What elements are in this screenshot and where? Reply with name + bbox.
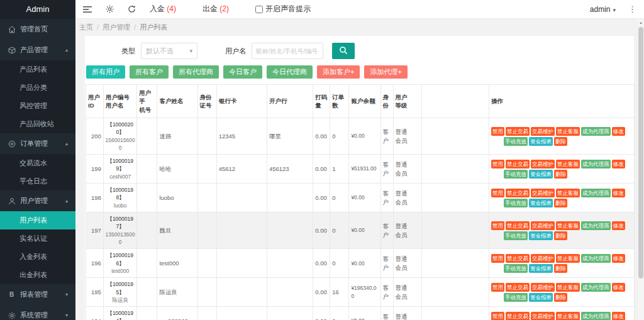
sidebar-item-product-management[interactable]: 产品管理▴ (0, 40, 75, 60)
sidebar-subitem-risk-management[interactable]: 风控管理 (0, 97, 75, 115)
op-fund-report-button[interactable]: 资金报表 (529, 137, 553, 146)
op-manual-recharge-button[interactable]: 手动充值 (504, 199, 528, 207)
sound-toggle[interactable]: 开启声音提示 (255, 4, 311, 14)
sidebar-subitem-withdraw-list[interactable]: 出金列表 (0, 266, 75, 284)
op-edit-button[interactable]: 修改 (612, 127, 625, 136)
op-edit-button[interactable]: 修改 (612, 312, 625, 320)
op-trade-maintain-button[interactable]: 交易维护 (531, 160, 555, 168)
op-forbid-trade-button[interactable]: 禁止交易 (506, 160, 530, 168)
sound-checkbox[interactable] (255, 6, 263, 13)
op-manual-recharge-button[interactable]: 手动充值 (504, 170, 528, 179)
op-fund-report-button[interactable]: 资金报表 (529, 293, 553, 302)
op-make-agent-button[interactable]: 成为代理商 (581, 283, 611, 292)
breadcrumb-home[interactable]: 主页 (79, 23, 93, 31)
op-fund-report-button[interactable]: 资金报表 (529, 231, 553, 240)
more-vertical-icon[interactable]: ⋮ (628, 4, 636, 14)
op-make-agent-button[interactable]: 成为代理商 (581, 160, 611, 168)
add-agent-button[interactable]: 添加代理+ (364, 65, 407, 79)
op-disable-button[interactable]: 禁用 (491, 127, 504, 136)
op-manual-recharge-button[interactable]: 手动充值 (504, 264, 528, 273)
op-edit-button[interactable]: 修改 (612, 283, 625, 292)
op-delete-button[interactable]: 删除 (554, 264, 567, 273)
sidebar-subitem-product-list[interactable]: 产品列表 (0, 60, 75, 79)
op-trade-maintain-button[interactable]: 交易维护 (531, 189, 555, 197)
op-forbid-service-button[interactable]: 禁止客服 (556, 312, 580, 320)
op-forbid-trade-button[interactable]: 禁止交易 (506, 312, 530, 320)
op-forbid-trade-button[interactable]: 禁止交易 (506, 283, 530, 292)
op-make-agent-button[interactable]: 成为代理商 (581, 189, 611, 197)
op-edit-button[interactable]: 修改 (612, 189, 625, 197)
op-edit-button[interactable]: 修改 (612, 254, 625, 263)
withdraw-link[interactable]: 出金 (2) (203, 4, 229, 14)
sidebar-item-report-management[interactable]: B报表管理▾ (0, 284, 75, 305)
op-forbid-service-button[interactable]: 禁止客服 (556, 127, 580, 136)
op-forbid-trade-button[interactable]: 禁止交易 (506, 189, 530, 197)
op-disable-button[interactable]: 禁用 (491, 312, 504, 320)
op-manual-recharge-button[interactable]: 手动充值 (504, 231, 528, 240)
op-disable-button[interactable]: 禁用 (491, 254, 504, 263)
sidebar-subitem-deposit-list[interactable]: 入金列表 (0, 248, 75, 266)
all-agents-button[interactable]: 所有代理商 (173, 65, 219, 79)
op-forbid-service-button[interactable]: 禁止客服 (556, 283, 580, 292)
op-disable-button[interactable]: 禁用 (491, 160, 504, 168)
op-make-agent-button[interactable]: 成为代理商 (581, 221, 611, 230)
all-users-button[interactable]: 所有用户 (86, 65, 125, 79)
op-delete-button[interactable]: 删除 (554, 170, 567, 179)
scrollbar-up-icon[interactable]: ▴ (638, 19, 644, 26)
op-trade-maintain-button[interactable]: 交易维护 (531, 127, 555, 136)
deposit-link[interactable]: 入金 (4) (150, 4, 176, 14)
op-forbid-service-button[interactable]: 禁止客服 (556, 221, 580, 230)
sidebar-item-dashboard[interactable]: 管理首页 (0, 19, 75, 40)
op-delete-button[interactable]: 删除 (554, 293, 567, 302)
sidebar-subitem-real-name-auth[interactable]: 实名认证 (0, 229, 75, 248)
type-select[interactable]: 默认不选 ▾ (141, 43, 197, 59)
user-menu[interactable]: admin▾ (590, 5, 616, 14)
op-delete-button[interactable]: 删除 (554, 137, 567, 146)
add-customer-button[interactable]: 添加客户+ (317, 65, 360, 79)
op-disable-button[interactable]: 禁用 (491, 283, 504, 292)
op-manual-recharge-button[interactable]: 手动充值 (504, 293, 528, 302)
all-customers-button[interactable]: 所有客户 (130, 65, 169, 79)
gear-icon[interactable] (106, 5, 114, 13)
op-fund-report-button[interactable]: 资金报表 (529, 170, 553, 179)
menu-fold-icon[interactable] (83, 6, 92, 13)
op-forbid-trade-button[interactable]: 禁止交易 (506, 221, 530, 230)
op-trade-maintain-button[interactable]: 交易维护 (531, 254, 555, 263)
op-disable-button[interactable]: 禁用 (491, 221, 504, 230)
username-input[interactable] (252, 43, 323, 59)
op-delete-button[interactable]: 删除 (554, 199, 567, 207)
op-trade-maintain-button[interactable]: 交易维护 (531, 312, 555, 320)
op-forbid-trade-button[interactable]: 禁止交易 (506, 254, 530, 263)
search-button[interactable] (332, 43, 355, 59)
op-edit-button[interactable]: 修改 (612, 160, 625, 168)
op-make-agent-button[interactable]: 成为代理商 (581, 254, 611, 263)
op-make-agent-button[interactable]: 成为代理商 (581, 312, 611, 320)
sidebar-subitem-close-position-log[interactable]: 平仓日志 (0, 172, 75, 190)
scrollbar[interactable]: ▴ (638, 19, 644, 320)
op-manual-recharge-button[interactable]: 手动充值 (504, 137, 528, 146)
sidebar-item-user-management[interactable]: 用户管理▴ (0, 190, 75, 211)
today-customers-button[interactable]: 今日客户 (223, 65, 262, 79)
op-trade-maintain-button[interactable]: 交易维护 (531, 221, 555, 230)
today-agents-button[interactable]: 今日代理商 (267, 65, 313, 79)
op-forbid-service-button[interactable]: 禁止客服 (556, 189, 580, 197)
sidebar-item-system-management[interactable]: 系统管理▾ (0, 305, 75, 320)
sidebar-item-order-management[interactable]: 订单管理▴ (0, 133, 75, 154)
op-fund-report-button[interactable]: 资金报表 (529, 199, 553, 207)
op-delete-button[interactable]: 删除 (554, 231, 567, 240)
op-edit-button[interactable]: 修改 (612, 221, 625, 230)
sidebar-subitem-product-recycle[interactable]: 产品回收站 (0, 115, 75, 133)
op-forbid-trade-button[interactable]: 禁止交易 (506, 127, 530, 136)
sidebar-subitem-user-list[interactable]: 用户列表 (0, 211, 75, 229)
op-trade-maintain-button[interactable]: 交易维护 (531, 283, 555, 292)
sidebar-subitem-product-category[interactable]: 产品分类 (0, 79, 75, 97)
op-make-agent-button[interactable]: 成为代理商 (581, 127, 611, 136)
op-fund-report-button[interactable]: 资金报表 (529, 264, 553, 273)
refresh-icon[interactable] (128, 5, 136, 13)
sidebar-subitem-trade-flow[interactable]: 交易流水 (0, 154, 75, 172)
op-forbid-service-button[interactable]: 禁止客服 (556, 254, 580, 263)
scrollbar-thumb[interactable] (638, 27, 643, 279)
op-forbid-service-button[interactable]: 禁止客服 (556, 160, 580, 168)
op-disable-button[interactable]: 禁用 (491, 189, 504, 197)
breadcrumb-section[interactable]: 用户管理 (103, 23, 130, 31)
